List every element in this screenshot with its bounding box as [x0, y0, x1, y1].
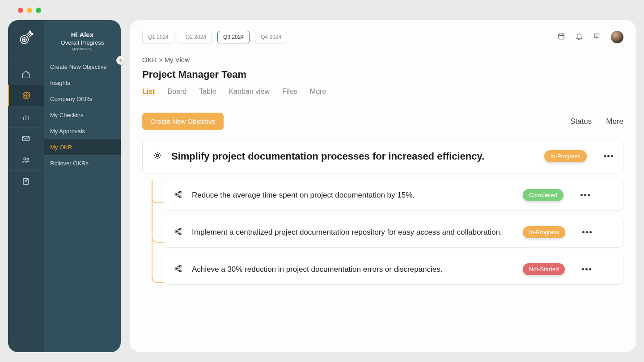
overall-progress-label: Overall Progress	[49, 39, 115, 46]
target-icon	[153, 151, 162, 162]
svg-rect-26	[594, 34, 599, 38]
hierarchy-icon	[174, 190, 183, 201]
status-column-header[interactable]: Status	[570, 117, 592, 126]
key-result-card[interactable]: Implement a centralized project document…	[164, 217, 623, 248]
svg-rect-38	[180, 270, 181, 271]
tab-more[interactable]: More	[310, 88, 326, 97]
svg-point-7	[32, 34, 33, 35]
kr-status-badge: Completed	[523, 189, 564, 201]
objective-title: Simplify project documentation processes…	[171, 151, 535, 162]
svg-rect-36	[175, 268, 177, 269]
nav-analytics-icon[interactable]	[8, 106, 44, 127]
svg-rect-34	[180, 228, 181, 230]
main-content: Q1 2024 Q2 2024 Q3 2024 Q4 2024 OKR > My…	[130, 20, 636, 352]
submenu-rollover-okrs[interactable]: Rollover OKRs	[44, 155, 121, 171]
kr-more-icon[interactable]	[580, 194, 590, 196]
minimize-window-dot[interactable]	[27, 8, 32, 13]
quarter-filter: Q1 2024 Q2 2024 Q3 2024 Q4 2024	[142, 31, 287, 43]
svg-point-18	[27, 158, 29, 160]
kr-more-icon[interactable]	[582, 231, 592, 233]
more-column-header[interactable]: More	[606, 117, 623, 126]
key-result-title: Implement a centralized project document…	[192, 227, 514, 238]
tab-files[interactable]: Files	[282, 88, 297, 97]
submenu-list: Create New Objective Insights Company OK…	[44, 59, 121, 171]
tab-kanban[interactable]: Kanban view	[229, 88, 270, 97]
submenu-my-checkins[interactable]: My Checkins	[44, 107, 121, 123]
svg-point-6	[30, 33, 31, 34]
breadcrumb-root[interactable]: OKR	[142, 56, 157, 63]
tab-board[interactable]: Board	[167, 88, 186, 97]
svg-rect-16	[23, 136, 30, 141]
svg-point-9	[27, 72, 29, 73]
quarter-q3[interactable]: Q3 2024	[217, 31, 250, 43]
submenu-my-approvals[interactable]: My Approvals	[44, 123, 121, 139]
svg-point-8	[30, 31, 31, 32]
svg-point-29	[156, 154, 159, 157]
svg-rect-32	[180, 196, 181, 197]
nav-tasks-icon[interactable]	[8, 170, 44, 192]
user-avatar[interactable]	[611, 31, 623, 43]
submenu-insights[interactable]: Insights	[44, 75, 121, 91]
svg-rect-30	[175, 194, 177, 195]
kr-more-icon[interactable]	[582, 268, 591, 270]
maximize-window-dot[interactable]	[36, 8, 41, 13]
objective-status-badge: In-Progress	[544, 150, 587, 162]
svg-rect-37	[180, 265, 181, 267]
breadcrumb-current: My View	[165, 56, 190, 63]
objective-more-icon[interactable]	[604, 155, 613, 157]
svg-rect-35	[180, 233, 181, 234]
notification-bell-icon[interactable]	[575, 32, 583, 42]
nav-okr-icon[interactable]	[8, 84, 44, 106]
period-label: Q2(2022-23)	[49, 47, 115, 51]
svg-point-12	[26, 95, 27, 96]
svg-point-17	[24, 158, 26, 160]
hierarchy-icon	[174, 227, 183, 238]
create-objective-button[interactable]: Create New Objective	[142, 113, 224, 130]
kr-status-badge: Not-Started	[523, 263, 565, 275]
tree-connector	[151, 180, 164, 305]
svg-point-2	[24, 39, 25, 40]
nav-home-icon[interactable]	[8, 63, 44, 84]
breadcrumb: OKR > My View	[142, 56, 623, 63]
svg-rect-31	[180, 191, 181, 193]
key-result-card[interactable]: Reduce the average time spent on project…	[164, 180, 623, 210]
quarter-q1[interactable]: Q1 2024	[142, 31, 174, 43]
submenu-create-objective[interactable]: Create New Objective	[44, 59, 121, 75]
app-logo-icon	[18, 30, 34, 46]
window-traffic-lights	[18, 8, 41, 13]
nav-inbox-icon[interactable]	[8, 127, 44, 149]
objective-card[interactable]: Simplify project documentation processes…	[142, 139, 623, 173]
quarter-q2[interactable]: Q2 2024	[180, 31, 212, 43]
messages-icon[interactable]	[593, 32, 601, 42]
greeting-text: Hi Alex	[49, 31, 115, 38]
key-result-title: Reduce the average time spent on project…	[192, 189, 514, 201]
quarter-q4[interactable]: Q4 2024	[255, 31, 287, 43]
submenu-company-okrs[interactable]: Company OKRs	[44, 91, 121, 107]
submenu-panel: Hi Alex Overall Progress Q2(2022-23) Cre…	[44, 20, 121, 352]
key-result-card[interactable]: Achieve a 30% reduction in project docum…	[164, 254, 623, 285]
nav-rail	[8, 20, 44, 352]
collapse-submenu-button[interactable]	[116, 56, 125, 65]
tab-table[interactable]: Table	[199, 88, 216, 97]
close-window-dot[interactable]	[18, 8, 23, 13]
svg-rect-33	[175, 231, 177, 232]
svg-rect-22	[559, 34, 564, 39]
calendar-icon[interactable]	[557, 32, 565, 42]
hierarchy-icon	[174, 264, 183, 275]
team-title: Project Manager Team	[142, 69, 623, 80]
key-result-title: Achieve a 30% reduction in project docum…	[192, 264, 514, 275]
kr-status-badge: In-Progress	[523, 226, 565, 238]
nav-team-icon[interactable]	[8, 149, 44, 170]
tab-list[interactable]: List	[142, 88, 155, 97]
submenu-my-okr[interactable]: My OKR	[44, 139, 121, 155]
view-tabs: List Board Table Kanban view Files More	[142, 88, 623, 97]
